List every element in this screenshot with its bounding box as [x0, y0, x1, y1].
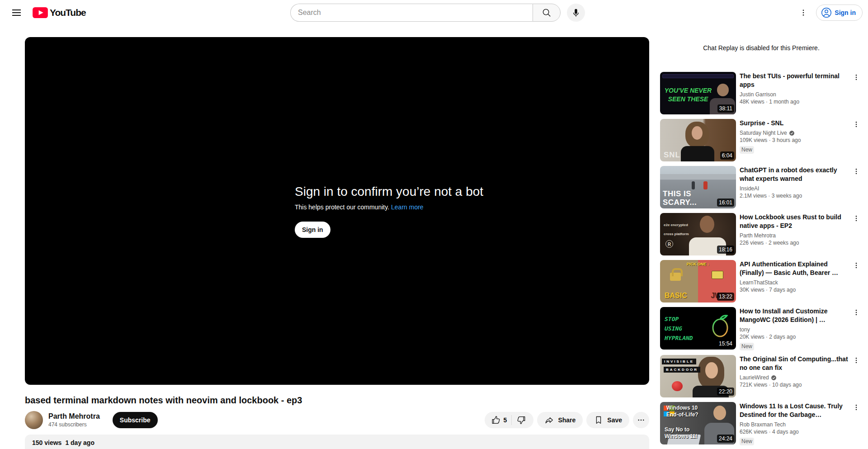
more-actions-button[interactable] [633, 412, 649, 428]
video-menu-button[interactable] [851, 119, 862, 130]
video-stats: 226 views · 2 weeks ago [740, 239, 850, 246]
like-icon [491, 415, 501, 425]
like-button[interactable]: 5 [485, 412, 512, 428]
video-actions: 5 Share [485, 412, 649, 428]
video-stats: 2.1M views · 3 weeks ago [740, 192, 850, 199]
save-button[interactable]: Save [586, 412, 629, 428]
video-channel[interactable]: tony [740, 326, 850, 333]
share-button[interactable]: Share [537, 412, 583, 428]
related-video[interactable]: PICK ONE ↓ BASIC JWT 13:22 API Authentic… [660, 260, 863, 302]
tomato-icon [672, 381, 683, 391]
header-actions: Sign in [794, 4, 863, 22]
search-button[interactable] [533, 4, 561, 22]
video-title[interactable]: Windows 11 Is a Lost Cause. Truly Destin… [740, 402, 850, 419]
subscribe-button[interactable]: Subscribe [113, 412, 158, 428]
video-thumbnail[interactable]: SNL 6:04 [660, 119, 736, 161]
video-menu-button[interactable] [851, 260, 862, 271]
video-channel[interactable]: Justin Garrison [740, 91, 850, 98]
video-title[interactable]: The Original Sin of Computing...that no … [740, 355, 850, 372]
video-title[interactable]: How to Install and Customize MangoWC (20… [740, 307, 850, 324]
video-menu-button[interactable] [851, 72, 862, 83]
more-vertical-icon [853, 309, 860, 316]
primary-column: Sign in to confirm you’re not a bot This… [25, 37, 649, 449]
youtube-logo[interactable]: YouTube [33, 7, 86, 18]
youtube-play-icon [33, 7, 48, 18]
bot-check-message: Sign in to confirm you’re not a bot This… [295, 184, 483, 238]
video-title[interactable]: How Lockbook uses Rust to build native a… [740, 213, 850, 230]
related-video[interactable]: Windows 10End-of-Life? Say No toWindows … [660, 402, 863, 445]
view-count: 150 views [32, 439, 61, 446]
duration-badge: 38:11 [717, 104, 734, 113]
upload-age: 1 day ago [65, 439, 94, 446]
channel-avatar[interactable] [25, 411, 43, 429]
related-video[interactable]: INVISIBLE BACKDOOR 22:20 The Original Si… [660, 355, 863, 397]
more-vertical-icon [799, 9, 807, 17]
video-menu-button[interactable] [851, 307, 862, 318]
video-title[interactable]: The best TUIs - powerful terminal apps [740, 72, 850, 89]
verified-icon [789, 130, 795, 136]
video-channel[interactable]: Parth Mehrotra [740, 232, 850, 239]
related-video[interactable]: SNL 6:04 Surprise - SNL Saturday Night L… [660, 119, 863, 161]
subscriber-count: 474 subscribers [48, 421, 100, 428]
video-title[interactable]: ChatGPT in a robot does exactly what exp… [740, 166, 850, 183]
duration-badge: 6:04 [720, 151, 734, 160]
more-vertical-icon [853, 168, 860, 175]
hamburger-icon [12, 9, 21, 10]
video-menu-button[interactable] [851, 355, 862, 366]
video-stats: 109K views · 3 hours ago [740, 137, 801, 144]
related-video[interactable]: e2e encrypted cross platform R 18:16 How… [660, 213, 863, 255]
mango-icon [708, 312, 732, 339]
more-vertical-icon [853, 357, 860, 364]
more-options-button[interactable] [794, 4, 812, 22]
video-thumbnail[interactable]: STOPUSINGHYPRLAND 15:54 [660, 307, 736, 350]
video-channel[interactable]: LaurieWired [740, 374, 850, 381]
new-badge: New [740, 343, 754, 350]
video-stats: 20K views · 2 days ago [740, 333, 850, 340]
more-vertical-icon [853, 262, 860, 269]
video-channel[interactable]: LearnThatStack [740, 279, 850, 286]
description-box[interactable]: 150 views 1 day ago [25, 435, 649, 449]
video-thumbnail[interactable]: INVISIBLE BACKDOOR 22:20 [660, 355, 736, 397]
duration-badge: 15:54 [717, 340, 734, 348]
dislike-button[interactable] [512, 412, 533, 428]
video-stats: 626K views · 4 days ago [740, 428, 850, 435]
more-vertical-icon [853, 121, 860, 128]
duration-badge: 13:22 [717, 293, 734, 301]
video-menu-button[interactable] [851, 166, 862, 177]
video-menu-button[interactable] [851, 213, 862, 224]
video-player[interactable]: Sign in to confirm you’re not a bot This… [25, 37, 649, 385]
like-dislike-group: 5 [485, 412, 534, 428]
menu-button[interactable] [7, 4, 25, 22]
related-video[interactable]: THIS ISSCARY... 16:01 ChatGPT in a robot… [660, 166, 863, 208]
related-video[interactable]: YOU'VE NEVERSEEN THESE 38:11 The best TU… [660, 72, 863, 114]
voice-search-button[interactable] [567, 4, 585, 22]
video-title[interactable]: Surprise - SNL [740, 119, 801, 128]
video-channel[interactable]: InsideAI [740, 185, 850, 192]
chat-replay-notice: Chat Replay is disabled for this Premier… [660, 44, 863, 52]
related-sidebar: Chat Replay is disabled for this Premier… [660, 37, 863, 449]
video-thumbnail[interactable]: THIS ISSCARY... 16:01 [660, 166, 736, 208]
related-video[interactable]: STOPUSINGHYPRLAND 15:54 How to Install a… [660, 307, 863, 350]
search-input[interactable] [290, 4, 533, 22]
video-thumbnail[interactable]: Windows 10End-of-Life? Say No toWindows … [660, 402, 736, 444]
video-title[interactable]: API Authentication Explained (Finally) —… [740, 260, 850, 277]
learn-more-link[interactable]: Learn more [391, 203, 424, 211]
video-stats: 30K views · 7 days ago [740, 286, 850, 293]
video-thumbnail[interactable]: YOU'VE NEVERSEEN THESE 38:11 [660, 72, 736, 114]
more-vertical-icon [853, 404, 860, 411]
channel-name[interactable]: Parth Mehrotra [48, 412, 100, 421]
duration-badge: 18:16 [717, 246, 734, 254]
sign-in-button[interactable]: Sign in [816, 5, 863, 21]
video-thumbnail[interactable]: PICK ONE ↓ BASIC JWT 13:22 [660, 260, 736, 302]
page-content: Sign in to confirm you’re not a bot This… [0, 25, 868, 449]
video-menu-button[interactable] [851, 402, 862, 413]
video-channel[interactable]: Rob Braxman Tech [740, 421, 850, 428]
video-stats: 721K views · 10 days ago [740, 381, 850, 388]
share-icon [544, 415, 554, 425]
video-channel[interactable]: Saturday Night Live [740, 129, 801, 137]
video-thumbnail[interactable]: e2e encrypted cross platform R 18:16 [660, 213, 736, 255]
player-sign-in-button[interactable]: Sign in [295, 222, 330, 238]
video-page-title: based terminal markdown notes with neovi… [25, 394, 649, 406]
more-vertical-icon [853, 74, 860, 81]
duration-badge: 16:01 [717, 199, 734, 207]
